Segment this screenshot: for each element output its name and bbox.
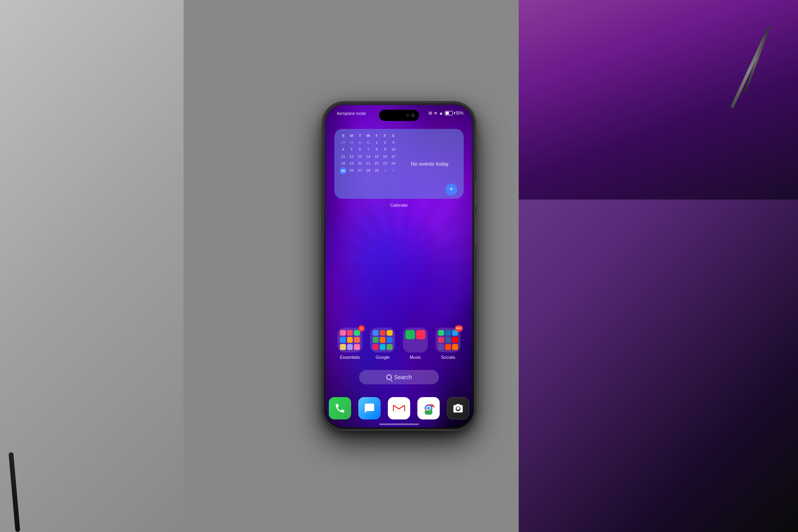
folder-app	[380, 330, 386, 336]
google-folder[interactable]: Google	[370, 328, 395, 360]
calendar-events-area: No events today +	[401, 134, 459, 194]
add-event-button[interactable]: +	[445, 184, 457, 196]
cal-header-t1: T	[356, 134, 364, 138]
cal-day: 9	[381, 146, 389, 153]
bg-left	[0, 0, 184, 532]
socials-label: Socials	[441, 355, 455, 360]
aeroplane-mode-text: Aeroplane mode	[337, 111, 366, 116]
folder-app	[438, 344, 444, 350]
cal-day: 22	[373, 160, 381, 167]
cal-day: 31	[364, 139, 372, 146]
cal-day: 20	[356, 160, 364, 167]
folder-app	[405, 340, 415, 350]
google-folder-icon[interactable]	[370, 328, 395, 352]
cal-day: 7	[364, 146, 372, 153]
folder-app	[347, 337, 353, 343]
cal-header-s2: S	[389, 134, 397, 138]
folder-app	[347, 344, 353, 350]
cal-day: 5	[348, 146, 356, 153]
cal-day: 12	[348, 153, 356, 160]
folder-app	[387, 344, 393, 350]
battery-fill	[446, 112, 449, 115]
gmail-icon	[393, 403, 405, 413]
folder-app	[416, 330, 426, 340]
dock-camera-app[interactable]	[447, 397, 469, 419]
cal-day: 26	[348, 167, 356, 174]
cal-day: 29	[373, 167, 381, 174]
essentials-folder-icon[interactable]: 1	[338, 328, 362, 352]
cal-day: 30	[356, 139, 364, 146]
folder-app	[438, 337, 444, 343]
folder-app	[387, 330, 393, 336]
dock-gmail-app[interactable]	[388, 397, 410, 419]
search-bar[interactable]: Search	[359, 370, 439, 384]
folder-app	[452, 337, 458, 343]
google-label: Google	[375, 355, 389, 360]
calendar-widget[interactable]: S M T W T F S 28 29 30 31 1	[334, 129, 464, 199]
folder-app	[340, 337, 346, 343]
cal-day: 10	[389, 146, 397, 153]
bluetooth-icon: ⊞	[429, 111, 432, 116]
socials-badge: 99+	[455, 325, 463, 332]
cal-day: 4	[339, 146, 347, 153]
folder-app	[438, 330, 444, 336]
no-events-text: No events today	[411, 161, 448, 167]
dock-messages-app[interactable]	[358, 397, 381, 419]
folder-app	[340, 344, 346, 350]
folder-app	[373, 344, 379, 350]
music-folder[interactable]: Music	[403, 328, 428, 360]
camera-icon	[452, 403, 464, 414]
socials-folder-icon[interactable]: 99+	[436, 328, 460, 352]
calendar-grid-area: S M T W T F S 28 29 30 31 1	[339, 134, 397, 194]
essentials-folder[interactable]: 1 Essentials	[338, 328, 362, 360]
side-button-top	[475, 182, 476, 206]
cal-day: 2	[381, 139, 389, 146]
folder-app	[347, 330, 353, 336]
cal-day: 16	[381, 153, 389, 160]
battery-tip	[454, 112, 455, 114]
cal-day: 11	[339, 153, 347, 160]
folder-app	[354, 344, 360, 350]
folder-app	[445, 344, 451, 350]
folder-app	[373, 337, 379, 343]
folder-app	[445, 330, 451, 336]
folder-app	[380, 337, 386, 343]
cal-day: 21	[364, 160, 372, 167]
battery-indicator: 50%	[445, 111, 464, 115]
cal-day: 15	[373, 153, 381, 160]
phone-icon	[334, 403, 346, 414]
side-button-bottom	[475, 214, 476, 246]
cal-day: 27	[356, 167, 364, 174]
cal-header-f: F	[381, 134, 389, 138]
cal-day: 13	[356, 153, 364, 160]
folder-app	[373, 330, 379, 336]
dynamic-island	[379, 110, 419, 121]
folder-app	[445, 337, 451, 343]
music-folder-icon[interactable]	[403, 328, 428, 352]
cal-day: 29	[348, 139, 356, 146]
folder-app	[416, 340, 426, 350]
battery-percent: 50%	[456, 111, 464, 115]
dock-phone-app[interactable]	[329, 397, 351, 419]
phone-frame: Aeroplane mode 11:47 ⊞ ≋ ▲ 50%	[323, 103, 475, 430]
messages-icon	[364, 403, 375, 414]
chrome-icon	[422, 402, 435, 415]
folder-app	[405, 330, 415, 340]
calendar-label: Calendar	[390, 203, 408, 208]
socials-folder[interactable]: 99+ Socials	[436, 328, 460, 360]
cal-header-t2: T	[372, 134, 381, 138]
cal-header-m: M	[348, 134, 356, 138]
essentials-badge: 1	[358, 325, 365, 332]
cal-day: 2	[389, 167, 397, 174]
bg-desk	[519, 0, 798, 200]
dock-chrome-app[interactable]	[417, 397, 440, 419]
search-label: Search	[394, 374, 412, 380]
wifi-icon: ▲	[439, 111, 443, 115]
search-icon	[386, 374, 392, 380]
calendar-header: S M T W T F S	[339, 134, 397, 138]
calendar-days-grid: 28 29 30 31 1 2 3 4 5 6 7 8 9 1	[339, 139, 397, 174]
cal-header-s1: S	[339, 134, 348, 138]
app-row: 1 Essentials	[326, 328, 472, 360]
home-indicator	[379, 423, 419, 425]
cal-day: 18	[339, 160, 347, 167]
